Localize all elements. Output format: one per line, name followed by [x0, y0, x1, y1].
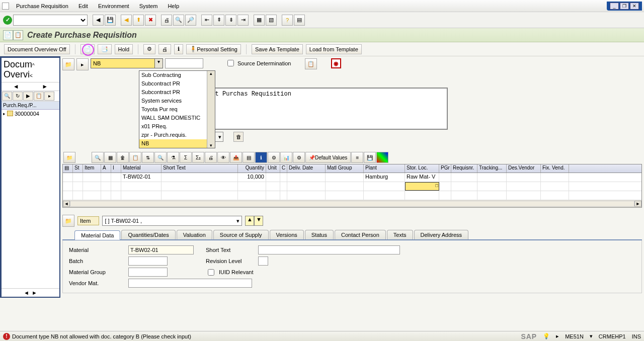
- tab-status[interactable]: Status: [305, 230, 334, 239]
- tab-delivery[interactable]: Delivery Address: [414, 230, 469, 239]
- load-template-button[interactable]: Load from Template: [306, 44, 362, 54]
- shorttext-field[interactable]: [258, 245, 400, 254]
- grid-display-icon[interactable]: ≡: [351, 152, 363, 163]
- dd-item[interactable]: System services: [139, 97, 215, 105]
- command-field[interactable]: [13, 15, 88, 26]
- grid-collapse-icon[interactable]: 📁: [63, 152, 75, 163]
- iuid-checkbox[interactable]: [208, 269, 214, 276]
- sb-adopt-icon[interactable]: 📋: [34, 92, 44, 101]
- doctype-combo[interactable]: ▾: [91, 58, 163, 68]
- dd-item[interactable]: Sub Contracting: [139, 71, 215, 79]
- tree-item[interactable]: ▸ 30000004: [2, 110, 59, 118]
- default-values-button[interactable]: 📌 Default Values: [305, 152, 351, 163]
- dd-item[interactable]: Subcontract PR: [139, 88, 215, 97]
- dd-scrollbar[interactable]: ▴▾: [207, 71, 215, 148]
- scroll-left-icon[interactable]: ◄: [63, 201, 70, 207]
- layout-icon[interactable]: ▤: [294, 15, 305, 26]
- item-collapse-icon[interactable]: 📁: [62, 215, 74, 227]
- nextpage-icon[interactable]: ⇟: [225, 15, 236, 26]
- menu-help[interactable]: Help: [163, 2, 184, 11]
- dd-item[interactable]: zpr - Purch.requis.: [139, 131, 215, 139]
- create-button[interactable]: 📄: [80, 44, 95, 54]
- close-icon[interactable]: ✕: [630, 3, 639, 10]
- grid-save-icon[interactable]: 💾: [364, 152, 376, 163]
- revlevel-field[interactable]: [258, 257, 268, 266]
- doctype-dropdown-list[interactable]: Sub Contracting Subcontract PR Subcontra…: [139, 70, 215, 148]
- grid-sort-icon[interactable]: ⇅: [142, 152, 154, 163]
- menu-edit[interactable]: Edit: [73, 2, 93, 11]
- item-down-icon[interactable]: ▼: [254, 216, 263, 226]
- material-field[interactable]: [128, 245, 194, 254]
- back2-icon[interactable]: ◀: [121, 15, 132, 26]
- tab-qty-dates[interactable]: Quantities/Dates: [121, 230, 175, 239]
- grid-sum-icon[interactable]: Σ: [180, 152, 192, 163]
- header-collapse-icon[interactable]: 📁: [62, 58, 74, 70]
- dropdown-icon[interactable]: ▾: [154, 59, 163, 68]
- save-icon[interactable]: 💾: [105, 15, 116, 26]
- grid-select-icon[interactable]: ▦: [104, 152, 116, 163]
- grid-copy-icon[interactable]: 📋: [129, 152, 141, 163]
- newsession-icon[interactable]: ▦: [254, 15, 265, 26]
- menu-pr[interactable]: Purchase Requisition: [11, 2, 73, 11]
- sidebar-scroll-left[interactable]: ◄: [23, 290, 31, 296]
- doctype-input[interactable]: [91, 59, 163, 68]
- dd-item[interactable]: WALL SAM DOMESTIC: [139, 114, 215, 122]
- sidebar-next-icon[interactable]: ►: [31, 82, 60, 91]
- minimize-icon[interactable]: _: [610, 3, 619, 10]
- text-delete-icon[interactable]: 🗑: [233, 132, 244, 142]
- source-determination-checkbox[interactable]: [227, 60, 234, 66]
- item-combo[interactable]: [ ] T-BW02-01 ,: [102, 216, 242, 226]
- dd-item[interactable]: Subcontract PR: [139, 79, 215, 88]
- shortcut-icon[interactable]: ▧: [266, 15, 277, 26]
- grid-print-icon[interactable]: 🖨: [205, 152, 217, 163]
- sb-more-icon[interactable]: ▸: [44, 92, 54, 101]
- grid-find-icon[interactable]: 🔍: [154, 152, 167, 163]
- batch-field[interactable]: [128, 257, 168, 266]
- personal-setting-button[interactable]: 🧍 Personal Setting: [186, 44, 241, 54]
- prevpage-icon[interactable]: ⇞: [213, 15, 224, 26]
- grid-subtot-icon[interactable]: Σ₂: [192, 152, 204, 163]
- grid-hscroll[interactable]: ◄ ►: [63, 200, 641, 207]
- grid-layout-icon[interactable]: ▤: [243, 152, 255, 163]
- print-preview-icon[interactable]: 🖨: [158, 44, 171, 54]
- exit-icon[interactable]: ⬆: [133, 15, 144, 26]
- messages-icon[interactable]: ℹ: [174, 44, 183, 54]
- grid-delete-icon[interactable]: 🗑: [117, 152, 129, 163]
- expand-icon[interactable]: ▸: [3, 111, 6, 116]
- print-icon[interactable]: 🖨: [161, 15, 172, 26]
- doc-icon[interactable]: 📄: [3, 30, 13, 40]
- tab-contact[interactable]: Contact Person: [335, 230, 386, 239]
- grid-export-icon[interactable]: 📤: [230, 152, 242, 163]
- sb-refresh-icon[interactable]: ↻: [13, 92, 23, 101]
- grid-color-icon[interactable]: [376, 152, 388, 163]
- grid-filter-icon[interactable]: ⚗: [167, 152, 179, 163]
- item-up-icon[interactable]: ▲: [245, 216, 254, 226]
- doc-number-field[interactable]: [165, 58, 203, 68]
- tab-texts[interactable]: Texts: [387, 230, 413, 239]
- header-tool1-icon[interactable]: 📋: [305, 58, 317, 69]
- back-icon[interactable]: ◀: [93, 15, 104, 26]
- help-icon[interactable]: ?: [282, 15, 293, 26]
- tab-source[interactable]: Source of Supply: [213, 230, 269, 239]
- vendormat-field[interactable]: [128, 279, 252, 288]
- hold-button[interactable]: Hold: [115, 44, 133, 54]
- grid-row[interactable]: T-BW02-01 10,000 Hamburg Raw Mat- V: [63, 173, 641, 182]
- menu-system[interactable]: System: [134, 2, 163, 11]
- firstpage-icon[interactable]: ⇤: [201, 15, 212, 26]
- sidebar-prev-icon[interactable]: ◄: [2, 82, 31, 91]
- dd-item[interactable]: Toyota Pur req: [139, 105, 215, 114]
- toggle-icon[interactable]: ⚙: [143, 44, 155, 54]
- sb-filter-icon[interactable]: 🔍: [2, 92, 12, 101]
- grid-detail-icon[interactable]: 🔍: [92, 152, 104, 163]
- menu-env[interactable]: Environment: [93, 2, 134, 11]
- other-icon[interactable]: 📋: [13, 30, 23, 40]
- grid-row[interactable]: [63, 191, 641, 200]
- sb-select-icon[interactable]: ▶: [23, 92, 33, 101]
- tab-valuation[interactable]: Valuation: [177, 230, 212, 239]
- grid-settings-icon[interactable]: ⚙: [268, 152, 280, 163]
- scroll-right-icon[interactable]: ►: [634, 201, 641, 207]
- save-template-button[interactable]: Save As Template: [252, 44, 303, 54]
- doc-overview-button[interactable]: Document Overview Off: [4, 44, 70, 54]
- matgroup-field[interactable]: [128, 268, 168, 277]
- sidebar-scroll-right[interactable]: ►: [31, 290, 39, 296]
